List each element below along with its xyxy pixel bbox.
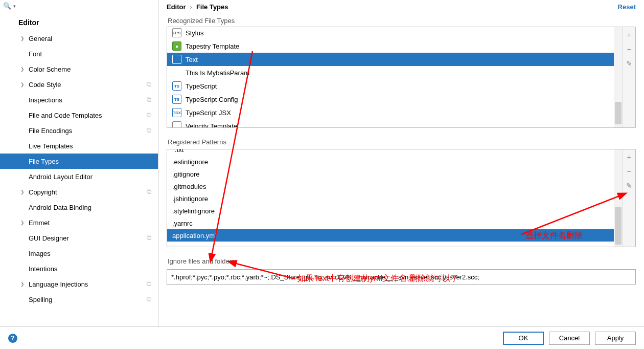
file-type-row[interactable]: TSXTypeScript JSX bbox=[167, 106, 622, 119]
pattern-label: application.yml bbox=[172, 232, 216, 239]
ok-button[interactable]: OK bbox=[503, 332, 544, 345]
pattern-label: .jshintignore bbox=[172, 195, 208, 203]
sidebar-item-images[interactable]: Images bbox=[0, 246, 158, 261]
expand-icon: ❯ bbox=[20, 220, 29, 225]
project-level-icon: ⧉ bbox=[145, 188, 153, 196]
sidebar-item-file-encodings[interactable]: File Encodings⧉ bbox=[0, 123, 158, 138]
pattern-row[interactable]: .yarnrc bbox=[167, 217, 622, 229]
breadcrumb: Editor › File Types bbox=[167, 3, 228, 11]
pattern-label: .stylelintignore bbox=[172, 207, 215, 215]
sidebar-item-spelling[interactable]: Spelling⧉ bbox=[0, 292, 158, 307]
sidebar-item-file-types[interactable]: File Types bbox=[0, 154, 158, 169]
pattern-row[interactable]: .gitmodules bbox=[167, 180, 622, 192]
scrollbar-thumb[interactable] bbox=[615, 102, 622, 124]
sidebar-item-general[interactable]: ❯General bbox=[0, 31, 158, 46]
project-level-icon: ⧉ bbox=[145, 111, 153, 119]
project-level-icon: ⧉ bbox=[145, 80, 153, 89]
settings-tree: Editor ❯GeneralFont❯Color Scheme❯Code St… bbox=[0, 12, 158, 349]
sidebar-item-label: GUI Designer bbox=[29, 234, 69, 242]
sidebar-item-file-and-code-templates[interactable]: File and Code Templates⧉ bbox=[0, 107, 158, 123]
file-type-row[interactable]: ●Tapestry Template bbox=[167, 39, 622, 53]
file-type-icon: TSX bbox=[172, 108, 181, 117]
sidebar-item-code-style[interactable]: ❯Code Style⧉ bbox=[0, 77, 158, 92]
project-level-icon: ⧉ bbox=[145, 234, 153, 242]
sidebar-item-live-templates[interactable]: Live Templates bbox=[0, 138, 158, 154]
pattern-label: .gitmodules bbox=[172, 183, 206, 190]
dialog-footer: ? OK Cancel Apply bbox=[0, 326, 644, 349]
file-type-icon: STYL bbox=[172, 28, 181, 37]
expand-icon: ❯ bbox=[20, 281, 29, 287]
project-level-icon: ⧉ bbox=[145, 280, 153, 288]
file-type-label: Text bbox=[186, 56, 198, 63]
help-icon[interactable]: ? bbox=[8, 334, 17, 343]
sidebar-item-label: Language Injections bbox=[29, 280, 88, 288]
pattern-label: .gitignore bbox=[172, 170, 199, 178]
sidebar-item-android-data-binding[interactable]: Android Data Binding bbox=[0, 200, 158, 215]
search-icon: 🔍 bbox=[3, 2, 11, 10]
sidebar-item-copyright[interactable]: ❯Copyright⧉ bbox=[0, 184, 158, 200]
sidebar-item-language-injections[interactable]: ❯Language Injections⧉ bbox=[0, 276, 158, 292]
pattern-row[interactable]: .jshintignore bbox=[167, 192, 622, 205]
file-type-row[interactable]: STYLStylus bbox=[167, 27, 622, 39]
sidebar-item-android-layout-editor[interactable]: Android Layout Editor bbox=[0, 169, 158, 184]
file-type-label: TypeScript bbox=[186, 82, 217, 90]
registered-patterns-list: *.txt.eslintignore.gitignore.gitmodules.… bbox=[167, 149, 636, 247]
sidebar-item-inspections[interactable]: Inspections⧉ bbox=[0, 92, 158, 107]
sidebar-item-label: General bbox=[29, 35, 52, 42]
sidebar-item-label: Inspections bbox=[29, 96, 62, 104]
breadcrumb-root[interactable]: Editor bbox=[167, 3, 186, 11]
file-type-icon: ● bbox=[172, 41, 181, 51]
file-type-row[interactable]: TSTypeScript Config bbox=[167, 93, 622, 106]
search-input[interactable] bbox=[18, 2, 155, 10]
file-type-row[interactable]: TSTypeScript bbox=[167, 79, 622, 93]
sidebar-item-label: Images bbox=[29, 250, 51, 257]
apply-button[interactable]: Apply bbox=[595, 332, 636, 345]
pattern-row[interactable]: .gitignore bbox=[167, 168, 622, 180]
sidebar-item-color-scheme[interactable]: ❯Color Scheme bbox=[0, 61, 158, 77]
sidebar-item-label: Color Scheme bbox=[29, 66, 71, 73]
file-type-icon: TS bbox=[172, 95, 181, 104]
project-level-icon: ⧉ bbox=[145, 295, 153, 303]
file-type-icon: TS bbox=[172, 81, 181, 91]
cancel-button[interactable]: Cancel bbox=[549, 332, 590, 345]
scrollbar-thumb[interactable] bbox=[615, 207, 622, 245]
pattern-label: *.txt bbox=[172, 149, 183, 154]
file-type-row[interactable]: Text bbox=[167, 53, 622, 66]
sidebar-item-emmet[interactable]: ❯Emmet bbox=[0, 215, 158, 230]
button-row: OK Cancel Apply bbox=[503, 332, 636, 345]
file-type-row[interactable]: This Is MybatisParam bbox=[167, 66, 622, 79]
pattern-row[interactable]: .stylelintignore bbox=[167, 205, 622, 217]
add-button[interactable]: + bbox=[625, 152, 634, 162]
file-type-label: This Is MybatisParam bbox=[186, 69, 249, 77]
search-row: 🔍▾ bbox=[0, 0, 158, 12]
add-button[interactable]: + bbox=[625, 30, 634, 39]
pattern-row[interactable]: application.yml bbox=[167, 229, 622, 242]
file-type-label: TypeScript JSX bbox=[186, 109, 231, 117]
sidebar-item-gui-designer[interactable]: GUI Designer⧉ bbox=[0, 230, 158, 246]
sidebar-item-intentions[interactable]: Intentions bbox=[0, 261, 158, 276]
recognized-file-types-label: Recognized File Types bbox=[167, 14, 636, 27]
ignore-files-input[interactable] bbox=[167, 269, 636, 285]
sidebar-item-label: File Encodings bbox=[29, 127, 72, 135]
sidebar-item-label: Live Templates bbox=[29, 142, 73, 150]
file-type-icon bbox=[172, 55, 181, 64]
reset-link[interactable]: Reset bbox=[618, 3, 636, 11]
remove-button[interactable]: − bbox=[625, 167, 634, 176]
remove-button[interactable]: − bbox=[625, 45, 634, 54]
edit-button[interactable]: ✎ bbox=[625, 181, 634, 190]
expand-icon: ❯ bbox=[20, 67, 29, 72]
project-level-icon: ⧉ bbox=[145, 96, 153, 104]
file-type-row[interactable]: Velocity Template bbox=[167, 119, 622, 127]
sidebar-item-label: Emmet bbox=[29, 219, 50, 227]
sidebar-item-label: File Types bbox=[29, 158, 59, 165]
edit-button[interactable]: ✎ bbox=[625, 59, 634, 68]
pattern-row[interactable]: *.txt bbox=[167, 149, 622, 156]
project-level-icon: ⧉ bbox=[145, 126, 153, 135]
file-type-label: Tapestry Template bbox=[186, 42, 239, 50]
sidebar-item-label: Code Style bbox=[29, 81, 61, 89]
sidebar-item-font[interactable]: Font bbox=[0, 46, 158, 61]
registered-patterns-label: Registered Patterns bbox=[167, 135, 636, 148]
expand-icon: ❯ bbox=[20, 189, 29, 194]
search-dropdown-icon[interactable]: ▾ bbox=[13, 4, 16, 9]
pattern-row[interactable]: .eslintignore bbox=[167, 156, 622, 168]
